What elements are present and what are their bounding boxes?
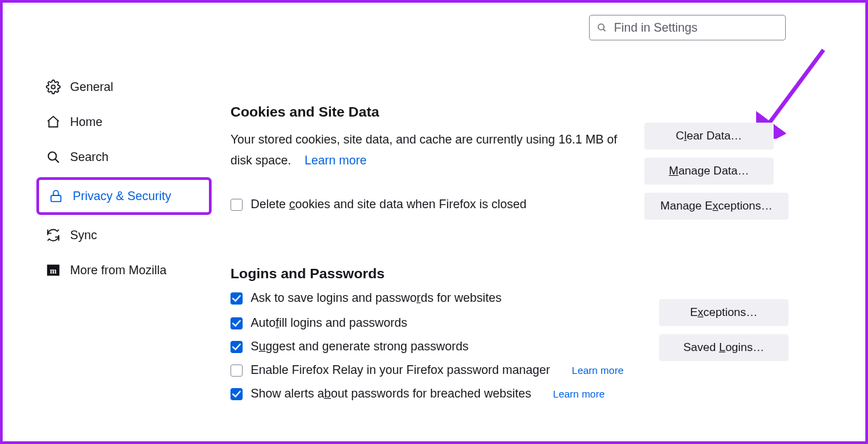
main-panel: Cookies and Site Data Your stored cookie… <box>212 16 852 410</box>
cookies-learn-more-link[interactable]: Learn more <box>305 154 367 167</box>
cookies-description: Your stored cookies, site data, and cach… <box>230 129 642 170</box>
autofill-checkbox[interactable] <box>230 317 243 329</box>
svg-rect-6 <box>51 195 61 201</box>
gear-icon <box>46 80 61 94</box>
autofill-label: Autofill logins and passwords <box>251 316 407 330</box>
breach-label: Show alerts about passwords for breached… <box>251 387 531 401</box>
sidebar: General Home Search Privacy & Security S… <box>36 16 212 410</box>
sidebar-item-more-mozilla[interactable]: m More from Mozilla <box>36 255 212 285</box>
sidebar-item-label: Home <box>70 115 102 129</box>
svg-line-5 <box>55 159 59 162</box>
svg-point-3 <box>51 85 55 89</box>
lock-icon <box>49 189 63 203</box>
storage-size: 16.1 MB <box>559 133 604 146</box>
relay-learn-more-link[interactable]: Learn more <box>572 364 624 376</box>
cookies-section-heading: Cookies and Site Data <box>230 104 852 120</box>
sidebar-item-home[interactable]: Home <box>36 107 212 137</box>
sidebar-item-privacy-security[interactable]: Privacy & Security <box>36 177 212 215</box>
sidebar-item-label: Search <box>70 150 108 164</box>
mozilla-icon: m <box>46 263 61 278</box>
relay-label: Enable Firefox Relay in your Firefox pas… <box>251 363 550 377</box>
sidebar-item-sync[interactable]: Sync <box>36 220 212 250</box>
ask-save-label: Ask to save logins and passwords for web… <box>251 291 501 305</box>
home-icon <box>46 115 61 129</box>
relay-checkbox[interactable] <box>230 364 243 377</box>
sidebar-item-label: Sync <box>70 228 97 243</box>
sidebar-item-label: Privacy & Security <box>73 189 171 203</box>
sync-icon <box>46 228 61 243</box>
sidebar-item-search[interactable]: Search <box>36 142 212 172</box>
sidebar-item-general[interactable]: General <box>36 72 212 102</box>
svg-text:m: m <box>50 266 57 276</box>
suggest-label: Suggest and generate strong passwords <box>251 340 468 354</box>
logins-section-heading: Logins and Passwords <box>230 265 852 282</box>
suggest-checkbox[interactable] <box>230 341 243 353</box>
breach-learn-more-link[interactable]: Learn more <box>553 388 605 400</box>
search-icon <box>46 150 61 164</box>
delete-on-close-checkbox[interactable] <box>230 199 243 211</box>
sidebar-item-label: General <box>70 80 113 94</box>
sidebar-item-label: More from Mozilla <box>70 263 166 278</box>
ask-save-checkbox[interactable] <box>230 292 243 305</box>
delete-on-close-label: Delete cookies and site data when Firefo… <box>251 197 526 212</box>
breach-checkbox[interactable] <box>230 388 243 400</box>
svg-point-4 <box>49 152 57 160</box>
